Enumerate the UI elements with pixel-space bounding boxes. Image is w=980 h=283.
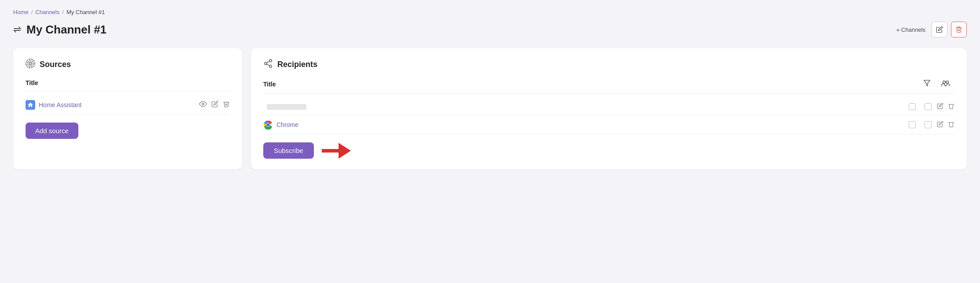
page-title: My Channel #1 — [26, 23, 107, 37]
edit-channel-button[interactable] — [932, 22, 947, 37]
trash-icon — [955, 26, 962, 33]
recipient-row-chrome: Chrome — [263, 115, 954, 134]
svg-point-1 — [28, 61, 33, 67]
page-header: ⇌ My Channel #1 « Channels — [13, 22, 967, 37]
page-title-row: ⇌ My Channel #1 — [13, 23, 107, 37]
add-source-button[interactable]: Add source — [26, 123, 78, 139]
recipients-card-title: Recipients — [277, 60, 317, 69]
svg-point-15 — [267, 123, 269, 126]
svg-point-3 — [202, 103, 204, 105]
sources-card: Sources Title Home Assistant — [13, 48, 242, 169]
edit-recipient-chrome-button[interactable] — [937, 121, 943, 129]
recipient-chrome-checkboxes — [909, 121, 932, 128]
breadcrumb-channels[interactable]: Channels — [35, 9, 59, 15]
delete-source-button[interactable] — [223, 101, 230, 109]
delete-channel-button[interactable] — [951, 22, 967, 37]
svg-point-11 — [946, 81, 949, 84]
sources-card-header: Sources — [26, 59, 230, 71]
recipient-apple-checkbox-1[interactable] — [909, 103, 916, 110]
recipient-row-apple — [263, 98, 954, 115]
arrow-indicator — [322, 143, 351, 159]
delete-recipient-chrome-button[interactable] — [948, 121, 954, 129]
view-source-button[interactable] — [199, 100, 207, 110]
edit-source-button[interactable] — [211, 101, 218, 109]
sources-table-header: Title — [26, 79, 230, 91]
sources-col-title: Title — [26, 79, 230, 86]
group-icon[interactable] — [941, 79, 950, 89]
svg-point-0 — [29, 62, 32, 65]
svg-marker-9 — [924, 80, 930, 86]
recipient-apple-name — [263, 104, 909, 110]
source-row-actions — [199, 100, 230, 110]
recipient-chrome-checkbox-1[interactable] — [909, 121, 916, 128]
home-assistant-icon — [26, 100, 35, 110]
recipients-col-title: Title — [263, 81, 923, 88]
recipient-apple-name-blurred — [267, 104, 306, 110]
recipient-apple-actions — [937, 103, 954, 111]
source-row: Home Assistant — [26, 96, 230, 115]
recipient-chrome-actions — [937, 121, 954, 129]
source-name[interactable]: Home Assistant — [26, 100, 199, 110]
breadcrumb-sep-2: / — [62, 9, 64, 15]
arrow-shaft — [322, 149, 339, 153]
breadcrumb: Home / Channels / My Channel #1 — [13, 9, 967, 15]
recipient-apple-checkbox-2[interactable] — [925, 103, 932, 110]
source-name-label: Home Assistant — [39, 101, 81, 108]
recipients-card: Recipients Title — [251, 48, 967, 169]
recipient-apple-checkboxes — [909, 103, 932, 110]
recipients-table-header: Title — [263, 79, 954, 94]
svg-line-7 — [267, 64, 269, 66]
breadcrumb-home[interactable]: Home — [13, 9, 29, 15]
filter-icon[interactable] — [923, 79, 931, 89]
subscribe-button[interactable]: Subscribe — [263, 142, 314, 159]
recipients-header-icons — [923, 79, 954, 89]
subscribe-row: Subscribe — [263, 142, 954, 159]
cards-row: Sources Title Home Assistant — [13, 48, 967, 169]
sources-icon — [26, 59, 35, 71]
recipients-card-header: Recipients — [263, 59, 954, 71]
svg-point-10 — [943, 81, 946, 84]
sources-card-title: Sources — [40, 60, 71, 69]
recipient-chrome-name: Chrome — [263, 120, 909, 130]
chrome-icon — [263, 120, 273, 130]
arrow-head — [339, 143, 351, 159]
recipient-chrome-name-label: Chrome — [276, 121, 298, 128]
edit-recipient-apple-button[interactable] — [937, 103, 943, 111]
recipient-chrome-checkbox-2[interactable] — [925, 121, 932, 128]
channel-icon: ⇌ — [13, 24, 21, 35]
svg-line-8 — [267, 61, 269, 63]
breadcrumb-sep-1: / — [31, 9, 33, 15]
recipients-icon — [263, 59, 273, 71]
delete-recipient-apple-button[interactable] — [948, 103, 954, 111]
header-actions: « Channels — [896, 22, 967, 37]
breadcrumb-current: My Channel #1 — [66, 9, 105, 15]
back-to-channels-link[interactable]: « Channels — [896, 26, 925, 33]
edit-icon — [936, 26, 943, 33]
